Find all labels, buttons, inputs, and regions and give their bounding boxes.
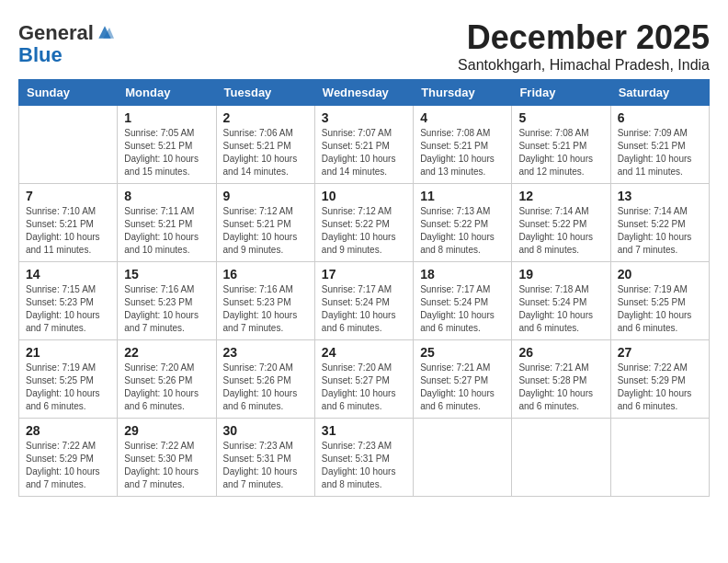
day-number: 24 xyxy=(322,345,406,360)
day-cell: 21Sunrise: 7:19 AM Sunset: 5:25 PM Dayli… xyxy=(19,340,118,419)
day-cell: 12Sunrise: 7:14 AM Sunset: 5:22 PM Dayli… xyxy=(512,184,610,262)
day-cell: 30Sunrise: 7:23 AM Sunset: 5:31 PM Dayli… xyxy=(216,419,314,497)
day-info: Sunrise: 7:14 AM Sunset: 5:22 PM Dayligh… xyxy=(518,205,603,257)
day-cell: 16Sunrise: 7:16 AM Sunset: 5:23 PM Dayli… xyxy=(216,262,314,340)
day-info: Sunrise: 7:16 AM Sunset: 5:23 PM Dayligh… xyxy=(124,283,209,335)
day-cell: 17Sunrise: 7:17 AM Sunset: 5:24 PM Dayli… xyxy=(314,262,413,340)
day-cell: 8Sunrise: 7:11 AM Sunset: 5:21 PM Daylig… xyxy=(118,184,216,262)
day-cell: 26Sunrise: 7:21 AM Sunset: 5:28 PM Dayli… xyxy=(512,340,610,419)
day-info: Sunrise: 7:22 AM Sunset: 5:29 PM Dayligh… xyxy=(618,362,702,413)
day-cell: 22Sunrise: 7:20 AM Sunset: 5:26 PM Dayli… xyxy=(118,340,216,419)
logo: General Blue xyxy=(18,22,114,66)
day-cell: 4Sunrise: 7:08 AM Sunset: 5:21 PM Daylig… xyxy=(414,106,512,184)
day-info: Sunrise: 7:21 AM Sunset: 5:28 PM Dayligh… xyxy=(518,362,603,413)
day-info: Sunrise: 7:18 AM Sunset: 5:24 PM Dayligh… xyxy=(518,283,603,335)
day-number: 4 xyxy=(420,110,505,125)
month-title: December 2025 xyxy=(458,18,710,57)
day-cell: 28Sunrise: 7:22 AM Sunset: 5:29 PM Dayli… xyxy=(19,419,118,497)
day-number: 15 xyxy=(124,267,209,282)
day-info: Sunrise: 7:13 AM Sunset: 5:22 PM Dayligh… xyxy=(420,205,505,257)
day-info: Sunrise: 7:21 AM Sunset: 5:27 PM Dayligh… xyxy=(420,362,505,413)
day-info: Sunrise: 7:06 AM Sunset: 5:21 PM Dayligh… xyxy=(223,127,308,178)
day-number: 17 xyxy=(322,267,406,282)
day-number: 9 xyxy=(223,189,308,203)
page-header: General Blue December 2025 Santokhgarh, … xyxy=(18,18,710,74)
day-number: 23 xyxy=(223,345,308,360)
week-row-3: 14Sunrise: 7:15 AM Sunset: 5:23 PM Dayli… xyxy=(19,262,710,340)
day-number: 27 xyxy=(618,345,702,360)
day-cell xyxy=(414,419,512,497)
title-area: December 2025 Santokhgarh, Himachal Prad… xyxy=(458,18,710,74)
weekday-header-wednesday: Wednesday xyxy=(314,80,413,106)
day-info: Sunrise: 7:22 AM Sunset: 5:30 PM Dayligh… xyxy=(124,440,209,491)
day-number: 7 xyxy=(26,189,110,203)
day-number: 25 xyxy=(420,345,505,360)
day-cell: 25Sunrise: 7:21 AM Sunset: 5:27 PM Dayli… xyxy=(414,340,512,419)
day-cell: 13Sunrise: 7:14 AM Sunset: 5:22 PM Dayli… xyxy=(610,184,709,262)
logo-blue-text: Blue xyxy=(18,43,63,66)
day-cell: 23Sunrise: 7:20 AM Sunset: 5:26 PM Dayli… xyxy=(216,340,314,419)
day-number: 29 xyxy=(124,423,209,438)
day-cell: 31Sunrise: 7:23 AM Sunset: 5:31 PM Dayli… xyxy=(314,419,413,497)
day-number: 20 xyxy=(618,267,702,282)
day-cell xyxy=(19,106,118,184)
day-info: Sunrise: 7:19 AM Sunset: 5:25 PM Dayligh… xyxy=(26,362,110,413)
day-cell: 2Sunrise: 7:06 AM Sunset: 5:21 PM Daylig… xyxy=(216,106,314,184)
day-number: 1 xyxy=(124,110,209,125)
day-info: Sunrise: 7:23 AM Sunset: 5:31 PM Dayligh… xyxy=(322,440,406,491)
day-number: 11 xyxy=(420,189,505,203)
day-cell: 10Sunrise: 7:12 AM Sunset: 5:22 PM Dayli… xyxy=(314,184,413,262)
logo-general-text: General xyxy=(18,22,94,44)
logo-icon xyxy=(96,23,114,41)
day-info: Sunrise: 7:14 AM Sunset: 5:22 PM Dayligh… xyxy=(618,205,702,257)
day-number: 13 xyxy=(618,189,702,203)
day-number: 19 xyxy=(518,267,603,282)
location-subtitle: Santokhgarh, Himachal Pradesh, India xyxy=(458,57,710,74)
day-cell: 6Sunrise: 7:09 AM Sunset: 5:21 PM Daylig… xyxy=(610,106,709,184)
day-info: Sunrise: 7:05 AM Sunset: 5:21 PM Dayligh… xyxy=(124,127,209,178)
day-cell xyxy=(512,419,610,497)
weekday-header-row: SundayMondayTuesdayWednesdayThursdayFrid… xyxy=(19,80,710,106)
day-info: Sunrise: 7:09 AM Sunset: 5:21 PM Dayligh… xyxy=(618,127,702,178)
week-row-4: 21Sunrise: 7:19 AM Sunset: 5:25 PM Dayli… xyxy=(19,340,710,419)
day-cell: 27Sunrise: 7:22 AM Sunset: 5:29 PM Dayli… xyxy=(610,340,709,419)
day-number: 26 xyxy=(518,345,603,360)
weekday-header-thursday: Thursday xyxy=(414,80,512,106)
day-info: Sunrise: 7:22 AM Sunset: 5:29 PM Dayligh… xyxy=(26,440,110,491)
day-cell: 11Sunrise: 7:13 AM Sunset: 5:22 PM Dayli… xyxy=(414,184,512,262)
day-number: 10 xyxy=(322,189,406,203)
day-number: 30 xyxy=(223,423,308,438)
day-info: Sunrise: 7:15 AM Sunset: 5:23 PM Dayligh… xyxy=(26,283,110,335)
week-row-2: 7Sunrise: 7:10 AM Sunset: 5:21 PM Daylig… xyxy=(19,184,710,262)
day-number: 2 xyxy=(223,110,308,125)
day-info: Sunrise: 7:16 AM Sunset: 5:23 PM Dayligh… xyxy=(223,283,308,335)
day-cell: 3Sunrise: 7:07 AM Sunset: 5:21 PM Daylig… xyxy=(314,106,413,184)
day-number: 5 xyxy=(518,110,603,125)
day-info: Sunrise: 7:11 AM Sunset: 5:21 PM Dayligh… xyxy=(124,205,209,257)
day-cell: 20Sunrise: 7:19 AM Sunset: 5:25 PM Dayli… xyxy=(610,262,709,340)
day-number: 21 xyxy=(26,345,110,360)
day-number: 22 xyxy=(124,345,209,360)
day-number: 28 xyxy=(26,423,110,438)
day-number: 6 xyxy=(618,110,702,125)
day-info: Sunrise: 7:19 AM Sunset: 5:25 PM Dayligh… xyxy=(618,283,702,335)
weekday-header-saturday: Saturday xyxy=(610,80,709,106)
week-row-5: 28Sunrise: 7:22 AM Sunset: 5:29 PM Dayli… xyxy=(19,419,710,497)
day-cell: 18Sunrise: 7:17 AM Sunset: 5:24 PM Dayli… xyxy=(414,262,512,340)
day-number: 31 xyxy=(322,423,406,438)
day-cell: 29Sunrise: 7:22 AM Sunset: 5:30 PM Dayli… xyxy=(118,419,216,497)
day-number: 14 xyxy=(26,267,110,282)
weekday-header-tuesday: Tuesday xyxy=(216,80,314,106)
day-cell: 19Sunrise: 7:18 AM Sunset: 5:24 PM Dayli… xyxy=(512,262,610,340)
day-cell xyxy=(610,419,709,497)
day-info: Sunrise: 7:20 AM Sunset: 5:26 PM Dayligh… xyxy=(124,362,209,413)
day-info: Sunrise: 7:12 AM Sunset: 5:21 PM Dayligh… xyxy=(223,205,308,257)
day-info: Sunrise: 7:07 AM Sunset: 5:21 PM Dayligh… xyxy=(322,127,406,178)
day-info: Sunrise: 7:17 AM Sunset: 5:24 PM Dayligh… xyxy=(420,283,505,335)
day-cell: 1Sunrise: 7:05 AM Sunset: 5:21 PM Daylig… xyxy=(118,106,216,184)
weekday-header-friday: Friday xyxy=(512,80,610,106)
day-info: Sunrise: 7:20 AM Sunset: 5:26 PM Dayligh… xyxy=(223,362,308,413)
day-info: Sunrise: 7:17 AM Sunset: 5:24 PM Dayligh… xyxy=(322,283,406,335)
weekday-header-monday: Monday xyxy=(118,80,216,106)
day-cell: 5Sunrise: 7:08 AM Sunset: 5:21 PM Daylig… xyxy=(512,106,610,184)
